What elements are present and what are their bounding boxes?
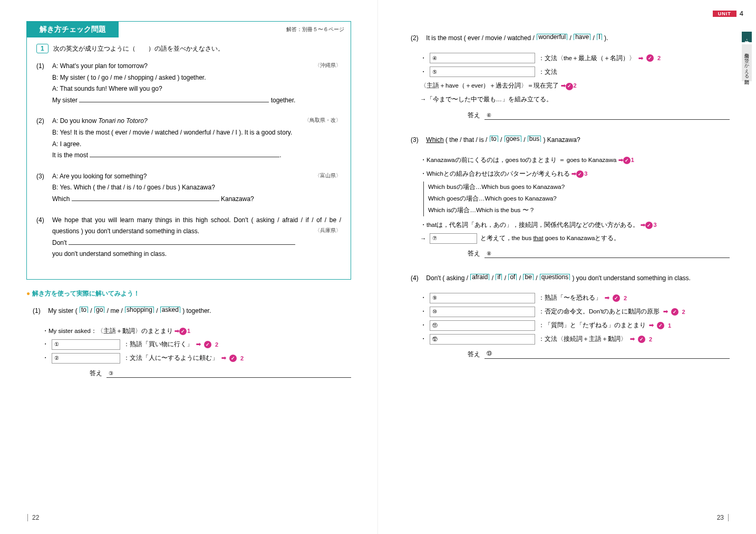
p3-line4: → ⑦ と考えて，the bus that goes to Kanazawaとす… (420, 233, 730, 244)
p4-input-3[interactable]: ⑪ (430, 320, 535, 331)
p4-input-1[interactable]: ⑨ (430, 293, 535, 303)
p2-answer-blank[interactable]: ⑥ (484, 119, 730, 120)
q1-label: (1) (36, 61, 44, 72)
q3-line-b: B: Yes. Which ( the / that / is / to / g… (52, 182, 341, 194)
p1-lead-hint: ・My sister asked：〈主語＋動詞〉のまとまり ➡✓1 (42, 326, 351, 337)
check-title: 解き方チェック問題 (27, 22, 119, 37)
check-icon: ✓ (229, 355, 237, 362)
q3-line-a: A: Are you looking for something? (52, 171, 341, 183)
page-left: 解き方チェック問題 解答：別冊５〜６ページ 1 次の英文が成り立つように（ ）の… (0, 0, 378, 534)
arrow-icon: ➡ (571, 170, 576, 177)
arrow-icon: ➡ (221, 355, 226, 361)
q4-label: (4) (36, 215, 44, 226)
unit-badge: UNIT 4 (713, 9, 743, 17)
p1-num: (1) (33, 304, 46, 317)
q1-line-a: A: What's your plan for tomorrow? (52, 61, 341, 72)
p3-input-1[interactable]: ⑦ (430, 233, 477, 244)
page-number-left: 22 (25, 514, 39, 521)
p2-extra2: →「今まで〜した中で最も…」を組み立てる。 (420, 94, 730, 106)
arrow-icon: ➡ (618, 157, 623, 163)
page-right: UNIT 4 文法・作文編 語句を並べかえる問題 (2) It is the m… (378, 0, 756, 534)
p4-input-4[interactable]: ⑫ (430, 334, 535, 345)
p3-line2: ・Whichとの組み合わせは次のパターンが考えられる ➡✓3 (420, 168, 730, 180)
p3-line1: ・Kanazawaの前にくるのは，goes toのまとまり ＝ goes to … (420, 155, 730, 166)
p2-hint-2: ・ ⑤ ：文法 (420, 66, 730, 77)
check-icon: ✓ (204, 341, 211, 348)
q4-prefecture: 〈兵庫県〉 (315, 226, 341, 235)
q3-blank[interactable] (72, 194, 219, 201)
word-questions: questions (540, 274, 570, 280)
arrow-icon: ➡ (175, 328, 179, 334)
q1-line-b: B: My sister ( to / go / me / shopping /… (52, 72, 341, 84)
q3-prefecture: 〈富山県〉 (315, 171, 341, 180)
side-tab-2: 語句を並べかえる問題 (742, 44, 752, 81)
side-tabs: 文法・作文編 語句を並べかえる問題 (742, 32, 752, 81)
q2-prefecture: 〈鳥取県・改〉 (304, 116, 341, 125)
question-4: (4) We hope that you will learn many thi… (52, 215, 341, 260)
p4-answer: 答え ⑬ (468, 350, 730, 359)
q2-line-c: A: I agree. (52, 139, 341, 150)
check-icon: ✓ (566, 83, 573, 90)
p4-num: (4) (411, 272, 424, 284)
p2-answer: 答え ⑥ (468, 111, 730, 120)
answer-ref: 解答：別冊５〜６ページ (286, 26, 351, 33)
p4-answer-blank[interactable]: ⑬ (484, 358, 730, 359)
check-icon: ✓ (179, 328, 187, 335)
question-2: (2) 〈鳥取県・改〉 A: Do you know Tonari no Tot… (52, 116, 341, 161)
check-icon: ✓ (671, 308, 679, 316)
check-icon: ✓ (645, 222, 653, 229)
practice-title: 解き方を使って実際に解いてみよう！ (26, 289, 351, 298)
check-icon: ✓ (646, 54, 654, 62)
word-be: be (523, 274, 533, 280)
word-have: have (574, 34, 590, 40)
p4-hint-4: ・⑫ ：文法〈接続詞＋主語＋動詞〉 ➡✓2 (420, 334, 730, 345)
word-goes: goes (505, 136, 521, 142)
p4-hint-2: ・⑩ ：否定の命令文。Don'tのあとに動詞の原形 ➡✓2 (420, 307, 730, 317)
p1-hint-2: ・ ② ：文法「人に〜するように頼む」 ➡✓2 (42, 353, 351, 364)
q1-blank-row: My sister together. (52, 95, 341, 107)
q4-line-a: We hope that you will learn many things … (52, 215, 341, 237)
p2-input-2[interactable]: ⑤ (430, 66, 535, 77)
p4-input-2[interactable]: ⑩ (430, 307, 535, 317)
instruction-row: 1 次の英文が成り立つように（ ）の語を並べかえなさい。 (36, 44, 341, 53)
q1-prefecture: 〈沖縄県〉 (315, 61, 341, 70)
p3-num: (3) (411, 134, 424, 146)
word-to: to (80, 307, 88, 313)
arrow-icon: ➡ (638, 55, 643, 62)
p2-input-1[interactable]: ④ (430, 53, 535, 63)
q4-blank[interactable] (69, 237, 295, 245)
arrow-icon: ➡ (641, 222, 645, 228)
question-set-number: 1 (36, 44, 49, 53)
arrow-icon: ➡ (630, 336, 635, 342)
q1-blank[interactable] (79, 95, 269, 102)
q2-label: (2) (36, 116, 44, 127)
q4-trail: you don't understand something in class. (52, 249, 341, 260)
word-if: if (496, 274, 502, 280)
p2-hint-1: ・ ④ ：文法〈the＋最上級（＋名詞）〉 ➡✓2 (420, 53, 730, 63)
check-icon: ✓ (657, 322, 664, 329)
word-asked: asked (160, 307, 180, 313)
p1-input-1[interactable]: ① (52, 339, 120, 350)
p3-answer: 答え ⑧ (468, 249, 730, 258)
p3-answer-blank[interactable]: ⑧ (484, 258, 730, 258)
page-number-right: 23 (717, 514, 731, 521)
q2-blank[interactable] (90, 150, 279, 157)
word-wonderful: wonderful (537, 34, 567, 40)
p1-answer: 答え ③ (90, 369, 351, 378)
q2-line-a: A: Do you know Tonari no Totoro? (52, 116, 341, 127)
p1-hint-1: ・ ① ：熟語「買い物に行く」 ➡✓2 (42, 339, 351, 350)
p3-brace: Which busの場合…Which bus goes to Kanazawa?… (423, 182, 730, 216)
check-icon: ✓ (623, 157, 631, 164)
p1-answer-blank[interactable]: ③ (106, 377, 351, 378)
word-shopping: shopping (125, 307, 154, 313)
word-to2: to (490, 136, 498, 142)
arrow-icon: ➡ (561, 82, 566, 89)
p4-hint-1: ・⑨ ：熟語「〜を恐れる」 ➡✓2 (420, 293, 730, 303)
p1-input-2[interactable]: ② (52, 353, 120, 364)
practice-1: (1) My sister ( to / go / me / shopping … (33, 304, 351, 317)
practice-4: (4) Don't ( asking / afraid / if / of / … (411, 272, 730, 284)
practice-2: (2) It is the most ( ever / movie / watc… (411, 32, 730, 44)
practice-3: (3) Which ( the / that / is / to / goes … (411, 134, 730, 146)
side-tab-1: 文法・作文編 (742, 32, 752, 42)
check-header: 解き方チェック問題 解答：別冊５〜６ページ (27, 22, 351, 37)
